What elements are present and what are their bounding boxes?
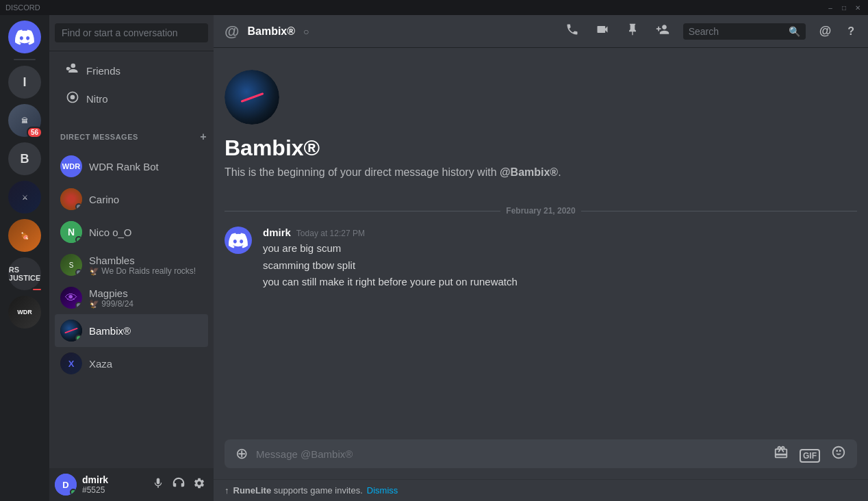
- chat-header: @ Bambix® ○: [214, 15, 868, 48]
- emoji-button[interactable]: [828, 442, 849, 466]
- dm-sidebar: Friends Nitro DIRECT MESSAGES + WDR: [49, 15, 214, 501]
- user-info: dmirk #5525: [82, 474, 144, 495]
- chat-channel-name: Bambix®: [247, 25, 295, 38]
- dm-avatar-bambix: [60, 320, 82, 342]
- server-sidebar: I 🏛 56 B ⚔ 🍖 RSJUSTICE: [0, 15, 49, 501]
- dm-section-label: DIRECT MESSAGES: [60, 133, 138, 141]
- attachment-button[interactable]: ⊕: [233, 439, 251, 468]
- dm-item-magpies[interactable]: 👁 Magpies 🦅 999/8/24: [55, 281, 208, 314]
- sidebar-item-lol[interactable]: ⚔: [8, 181, 41, 214]
- sidebar-item-wdr[interactable]: WDR: [8, 296, 41, 329]
- notification-dismiss-link[interactable]: Dismiss: [367, 485, 398, 496]
- message-body-dmirk: dmirk Today at 12:27 PM you are big scum…: [263, 227, 857, 292]
- dm-item-xaza[interactable]: X Xaza: [55, 347, 208, 380]
- server-badge-rs: [31, 287, 42, 292]
- sidebar-item-acropolis[interactable]: 🏛 56: [8, 104, 41, 137]
- user-controls: [149, 474, 208, 495]
- settings-button[interactable]: [190, 474, 208, 495]
- dm-item-wdr-bot[interactable]: WDR WDR Rank Bot: [55, 150, 208, 183]
- channel-at-icon: @: [225, 23, 239, 40]
- titlebar: DISCORD – □ ✕: [0, 0, 868, 15]
- microphone-button[interactable]: [149, 474, 167, 495]
- server-letter: I: [23, 75, 26, 90]
- message-content: you are big scum scamming tbow split you…: [263, 241, 857, 290]
- dm-add-button[interactable]: +: [199, 129, 208, 144]
- dm-list: WDR WDR Rank Bot Carino N Nico o_O: [49, 147, 214, 468]
- sidebar-item-server-i[interactable]: I: [8, 66, 41, 99]
- status-dot-shambles: [75, 269, 82, 276]
- status-dot-magpies: [75, 302, 82, 309]
- dm-name-nico: Nico o_O: [89, 227, 132, 238]
- nav-item-nitro[interactable]: Nitro: [55, 85, 208, 113]
- dm-item-nico[interactable]: N Nico o_O: [55, 216, 208, 248]
- add-friend-button[interactable]: [653, 20, 672, 42]
- mention-button[interactable]: @: [817, 21, 834, 41]
- dm-avatar-shambles: S: [60, 254, 82, 276]
- message-header-dmirk: dmirk Today at 12:27 PM: [263, 227, 857, 238]
- dm-name-magpies: Magpies: [89, 287, 133, 299]
- help-icon: ?: [847, 25, 854, 37]
- chat-input-actions: GIF: [771, 442, 849, 466]
- friends-icon: [66, 62, 79, 79]
- user-avatar: D: [55, 474, 77, 496]
- gift-icon: [774, 445, 789, 460]
- nav-item-friends[interactable]: Friends: [55, 57, 208, 85]
- message-line-2: scamming tbow split: [263, 258, 857, 274]
- sidebar-item-server-b[interactable]: B: [8, 142, 41, 175]
- dm-avatar-xaza: X: [60, 352, 82, 374]
- headset-button[interactable]: [170, 474, 188, 495]
- headset-icon: [173, 477, 185, 489]
- dm-name-shambles: Shambles: [89, 255, 196, 266]
- pinned-messages-button[interactable]: [623, 20, 642, 42]
- message-timestamp: Today at 12:27 PM: [296, 229, 365, 238]
- message-avatar-dmirk: [225, 227, 252, 254]
- date-divider-text: February 21, 2020: [506, 206, 575, 216]
- search-box: 🔍: [683, 23, 806, 40]
- dm-item-carino[interactable]: Carino: [55, 183, 208, 216]
- dm-section-header: DIRECT MESSAGES +: [49, 118, 214, 147]
- dm-name-xaza: Xaza: [89, 358, 112, 370]
- microphone-icon: [152, 477, 164, 489]
- help-button[interactable]: ?: [845, 21, 857, 41]
- sidebar-item-rs-justice[interactable]: RSJUSTICE: [8, 257, 41, 290]
- call-icon: [565, 23, 579, 36]
- nitro-icon: [66, 90, 79, 107]
- intro-text-start: This is the beginning of your direct mes…: [225, 166, 500, 178]
- video-button[interactable]: [593, 20, 612, 42]
- notification-app-name: RuneLite: [233, 485, 272, 496]
- video-icon: [596, 23, 609, 36]
- server-letters-rs: RSJUSTICE: [9, 266, 40, 282]
- dm-item-bambix[interactable]: Bambix®: [55, 314, 208, 347]
- status-dot-bambix: [75, 335, 82, 342]
- search-input[interactable]: [55, 23, 208, 42]
- dm-item-shambles[interactable]: S Shambles 🦅 We Do Raids really rocks!: [55, 248, 208, 281]
- server-icon-placeholder: 🏛: [21, 117, 28, 125]
- server-letter-b: B: [21, 152, 29, 166]
- online-status-icon: ○: [303, 26, 309, 37]
- intro-text-end: .: [558, 166, 561, 178]
- status-dot-nico: [75, 236, 82, 243]
- nav-friends-label: Friends: [86, 65, 120, 77]
- maximize-button[interactable]: □: [839, 3, 849, 12]
- settings-icon: [193, 477, 205, 489]
- call-button[interactable]: [563, 20, 582, 42]
- app-title: DISCORD: [5, 3, 40, 12]
- user-panel: D dmirk #5525: [49, 468, 214, 501]
- sidebar-item-game1[interactable]: 🍖: [8, 219, 41, 252]
- date-divider: February 21, 2020: [225, 206, 857, 216]
- header-search-input[interactable]: [689, 26, 784, 37]
- gif-button[interactable]: GIF: [797, 444, 823, 465]
- sidebar-item-discord-home[interactable]: [8, 21, 41, 53]
- dm-subtext-shambles: 🦅 We Do Raids really rocks!: [89, 266, 196, 276]
- window-controls: – □ ✕: [826, 3, 863, 12]
- status-dot-carino: [75, 203, 82, 210]
- dm-subtext-magpies: 🦅 999/8/24: [89, 299, 133, 309]
- close-button[interactable]: ✕: [853, 3, 863, 12]
- gift-button[interactable]: [771, 442, 791, 466]
- message-input[interactable]: [256, 440, 765, 468]
- discord-logo-icon: [15, 27, 34, 47]
- message-line-3: you can still make it right before youre…: [263, 274, 857, 290]
- dm-intro: Bambix® This is the beginning of your di…: [225, 59, 857, 195]
- dm-name-wdr-bot: WDR Rank Bot: [89, 161, 159, 172]
- minimize-button[interactable]: –: [826, 3, 835, 12]
